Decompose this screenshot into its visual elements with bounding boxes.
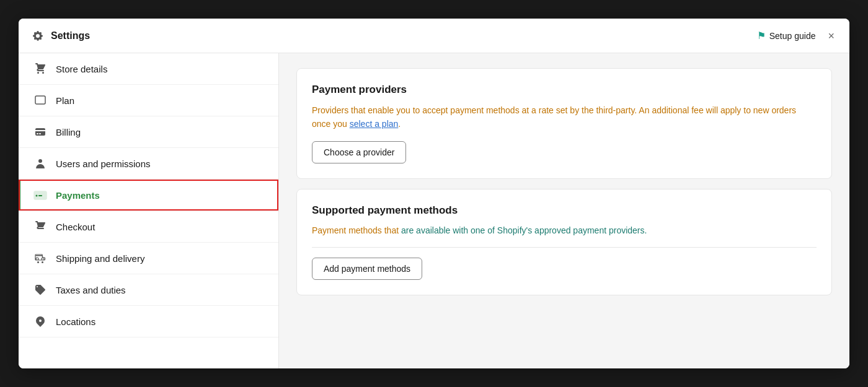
supported-methods-card: Supported payment methods Payment method… <box>296 189 832 295</box>
content-area: Payment providers Providers that enable … <box>279 53 849 368</box>
titlebar-right: ⚑ Setup guide × <box>757 28 837 44</box>
sidebar-label-payments: Payments <box>56 190 100 201</box>
svg-point-2 <box>36 195 38 197</box>
card-divider <box>312 247 817 248</box>
svg-rect-0 <box>35 96 45 104</box>
choose-provider-button[interactable]: Choose a provider <box>312 141 406 163</box>
sidebar-label-plan: Plan <box>56 95 74 106</box>
payment-providers-card: Payment providers Providers that enable … <box>296 68 832 179</box>
checkout-icon <box>33 220 47 233</box>
select-plan-link[interactable]: select a plan <box>350 119 399 129</box>
payment-providers-title: Payment providers <box>312 84 817 96</box>
supported-methods-description: Payment methods that are available with … <box>312 224 817 237</box>
flag-icon: ⚑ <box>757 30 766 41</box>
sidebar-label-taxes: Taxes and duties <box>56 285 126 295</box>
users-icon <box>33 157 47 170</box>
payments-icon <box>33 188 47 202</box>
sidebar-item-locations[interactable]: Locations <box>19 306 278 337</box>
shipping-icon <box>33 251 47 265</box>
settings-title: Settings <box>51 30 90 41</box>
store-icon <box>33 62 47 76</box>
gear-icon <box>31 29 45 43</box>
sidebar: Store details Plan Billing <box>19 53 279 368</box>
locations-icon <box>33 315 47 328</box>
add-payment-methods-button[interactable]: Add payment methods <box>312 258 422 280</box>
sidebar-item-users-permissions[interactable]: Users and permissions <box>19 148 278 180</box>
close-button[interactable]: × <box>825 28 837 44</box>
supported-methods-title: Supported payment methods <box>312 204 817 217</box>
sidebar-label-checkout: Checkout <box>56 222 95 232</box>
desc-suffix: . <box>398 119 401 129</box>
sidebar-item-checkout[interactable]: Checkout <box>19 211 278 243</box>
sidebar-item-store-details[interactable]: Store details <box>19 53 278 85</box>
sidebar-item-shipping[interactable]: Shipping and delivery <box>19 243 278 274</box>
setup-guide-label: Setup guide <box>769 31 816 41</box>
plan-icon <box>33 93 47 107</box>
sidebar-label-users: Users and permissions <box>56 159 151 169</box>
sidebar-item-plan[interactable]: Plan <box>19 85 278 116</box>
billing-icon <box>33 125 47 139</box>
supported-desc-prefix: Payment methods that <box>312 225 401 235</box>
sidebar-item-billing[interactable]: Billing <box>19 116 278 148</box>
sidebar-item-taxes[interactable]: Taxes and duties <box>19 274 278 306</box>
sidebar-label-locations: Locations <box>56 316 95 327</box>
titlebar: Settings ⚑ Setup guide × <box>19 19 849 53</box>
main-content: Store details Plan Billing <box>19 53 849 368</box>
sidebar-label-store-details: Store details <box>56 64 107 74</box>
close-icon: × <box>828 30 835 42</box>
setup-guide-button[interactable]: ⚑ Setup guide <box>757 30 816 41</box>
settings-window: Settings ⚑ Setup guide × Store details <box>19 19 849 368</box>
sidebar-item-payments[interactable]: Payments <box>19 180 278 211</box>
taxes-icon <box>33 283 47 297</box>
sidebar-label-shipping: Shipping and delivery <box>56 253 144 264</box>
titlebar-left: Settings <box>31 29 757 43</box>
payment-providers-description: Providers that enable you to accept paym… <box>312 103 817 131</box>
supported-desc-highlight: are available with one of Shopify's appr… <box>401 225 647 235</box>
sidebar-label-billing: Billing <box>56 127 81 137</box>
